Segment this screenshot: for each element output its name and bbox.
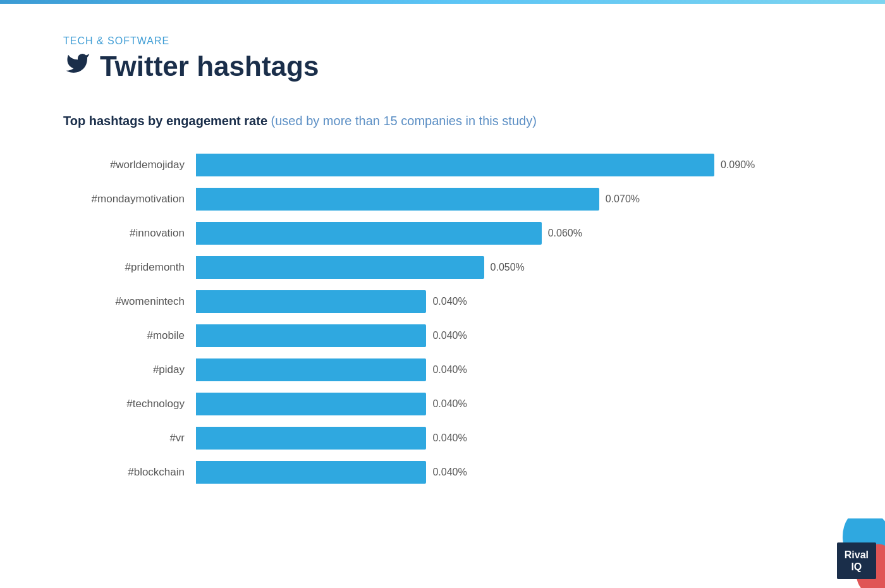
bar — [196, 256, 484, 279]
subtitle-bold: Top hashtags by engagement rate — [63, 114, 267, 128]
bar-label: #piday — [63, 364, 196, 376]
title-row: Twitter hashtags — [63, 51, 822, 82]
bar-label: #pridemonth — [63, 261, 196, 274]
rival-iq-logo: Rival IQ — [837, 542, 876, 579]
chart-row: #womenintech0.040% — [63, 290, 847, 313]
chart-row: #mondaymotivation0.070% — [63, 188, 847, 211]
bar-value: 0.090% — [721, 159, 755, 171]
bar-label: #technology — [63, 398, 196, 410]
bar-wrapper: 0.060% — [196, 222, 847, 245]
bar — [196, 393, 426, 415]
bar — [196, 222, 542, 245]
twitter-bird-icon — [63, 51, 92, 82]
subtitle-section: Top hashtags by engagement rate (used by… — [0, 95, 885, 135]
bar — [196, 358, 426, 381]
chart-row: #blockchain0.040% — [63, 461, 847, 484]
bar-value: 0.050% — [491, 262, 525, 273]
bar-wrapper: 0.040% — [196, 358, 847, 381]
bar-wrapper: 0.070% — [196, 188, 847, 211]
bar-label: #mondaymotivation — [63, 193, 196, 205]
bar — [196, 188, 599, 211]
bar-value: 0.060% — [548, 228, 582, 239]
bar-value: 0.040% — [432, 364, 467, 376]
bar-value: 0.040% — [432, 432, 467, 444]
bar — [196, 324, 426, 347]
logo-line2: IQ — [845, 561, 869, 573]
chart-row: #innovation0.060% — [63, 222, 847, 245]
bar-label: #vr — [63, 432, 196, 444]
category-label: TECH & SOFTWARE — [63, 35, 822, 47]
bar — [196, 154, 714, 176]
bar-label: #innovation — [63, 227, 196, 240]
bar-value: 0.040% — [432, 398, 467, 410]
chart-row: #piday0.040% — [63, 358, 847, 381]
chart-row: #vr0.040% — [63, 427, 847, 450]
bar-label: #blockchain — [63, 466, 196, 479]
subtitle-light: (used by more than 15 companies in this … — [267, 114, 537, 128]
bar-wrapper: 0.040% — [196, 324, 847, 347]
header: TECH & SOFTWARE Twitter hashtags — [0, 4, 885, 95]
bar-wrapper: 0.040% — [196, 290, 847, 313]
chart-container: #worldemojiday0.090%#mondaymotivation0.0… — [0, 141, 885, 514]
chart-row: #mobile0.040% — [63, 324, 847, 347]
chart-row: #worldemojiday0.090% — [63, 154, 847, 176]
bar-value: 0.040% — [432, 296, 467, 307]
bar-wrapper: 0.050% — [196, 256, 847, 279]
bar — [196, 461, 426, 484]
page-title: Twitter hashtags — [100, 51, 319, 82]
chart-row: #technology0.040% — [63, 393, 847, 415]
bar-value: 0.040% — [432, 467, 467, 478]
bar-wrapper: 0.040% — [196, 393, 847, 415]
chart-row: #pridemonth0.050% — [63, 256, 847, 279]
bar — [196, 290, 426, 313]
bar-label: #worldemojiday — [63, 159, 196, 171]
bar — [196, 427, 426, 450]
bar-value: 0.040% — [432, 330, 467, 341]
bar-wrapper: 0.090% — [196, 154, 847, 176]
logo-line1: Rival — [845, 549, 869, 561]
logo-area: Rival IQ — [803, 518, 885, 588]
bar-wrapper: 0.040% — [196, 461, 847, 484]
bar-wrapper: 0.040% — [196, 427, 847, 450]
bar-label: #womenintech — [63, 295, 196, 308]
bar-value: 0.070% — [606, 193, 640, 205]
bar-label: #mobile — [63, 329, 196, 342]
